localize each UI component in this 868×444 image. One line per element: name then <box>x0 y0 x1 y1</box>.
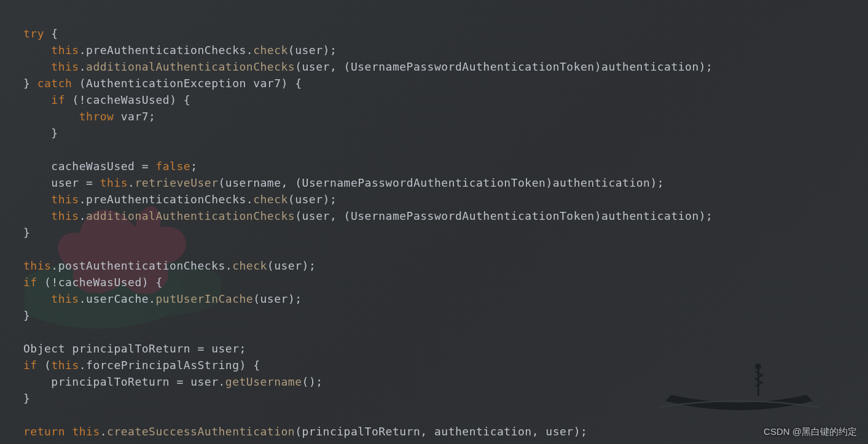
punct <box>176 93 183 106</box>
brace-close: } <box>23 392 30 405</box>
prop: forcePrincipalAsString <box>86 359 239 372</box>
punct: ! <box>79 93 86 106</box>
csdn-watermark: CSDN @黑白键的约定 <box>764 426 857 438</box>
punct <box>190 342 197 355</box>
keyword-this: this <box>51 193 79 206</box>
punct <box>246 77 253 90</box>
punct: . <box>100 425 107 438</box>
punct: ! <box>51 276 58 289</box>
keyword-if: if <box>51 93 65 106</box>
punct: . <box>149 292 155 305</box>
punct: ( <box>79 77 86 90</box>
punct <box>170 375 176 388</box>
punct: ) <box>281 77 288 90</box>
punct: , <box>532 425 539 438</box>
punct: ( <box>253 292 260 305</box>
punct: . <box>79 60 86 73</box>
punct: = <box>86 176 93 189</box>
type: UsernamePasswordAuthenticationToken <box>351 60 595 73</box>
var: var7 <box>253 77 281 90</box>
punct <box>246 359 253 372</box>
punct: , <box>330 60 337 73</box>
type: UsernamePasswordAuthenticationToken <box>351 209 595 222</box>
method: createSuccessAuthentication <box>107 425 295 438</box>
brace-close: } <box>23 226 30 239</box>
keyword-try: try <box>23 27 44 40</box>
punct <box>149 276 155 289</box>
arg: user <box>302 60 330 73</box>
punct: . <box>51 259 58 272</box>
punct: . <box>79 292 86 305</box>
punct: ( <box>295 209 302 222</box>
punct: ) <box>545 176 552 189</box>
code-line: this.additionalAuthenticationChecks(user… <box>23 60 713 73</box>
arg: user <box>274 259 302 272</box>
punct: ( <box>344 60 351 73</box>
code-line: this.additionalAuthenticationChecks(user… <box>23 209 713 222</box>
punct: ) <box>595 209 601 222</box>
punct: ; <box>581 425 587 438</box>
method: additionalAuthenticationChecks <box>86 209 295 222</box>
brace-open: { <box>295 77 302 90</box>
keyword-this: this <box>51 44 79 56</box>
punct <box>37 359 44 372</box>
punct: . <box>79 359 86 372</box>
var: cacheWasUsed <box>86 93 170 106</box>
code-line: try { <box>23 27 58 40</box>
arg: authentication <box>601 60 699 73</box>
code-line: this.preAuthenticationChecks.check(user)… <box>23 193 337 206</box>
code-editor-content[interactable]: try { this.preAuthenticationChecks.check… <box>0 0 868 444</box>
code-line: if (this.forcePrincipalAsString) { <box>23 359 260 372</box>
type: UsernamePasswordAuthenticationToken <box>302 176 546 189</box>
punct: . <box>128 176 135 189</box>
punct <box>205 342 211 355</box>
code-line: } <box>23 127 58 139</box>
arg: principalToReturn <box>302 425 421 438</box>
punct: ) <box>574 425 581 438</box>
punct: ; <box>190 160 197 173</box>
type: AuthenticationException <box>86 77 246 90</box>
prop: userCache <box>86 292 149 305</box>
punct <box>149 160 155 173</box>
punct: ( <box>302 375 309 388</box>
brace-close: } <box>23 309 30 322</box>
punct: ) <box>650 176 657 189</box>
code-line: } catch (AuthenticationException var7) { <box>23 77 302 90</box>
method: retrieveUser <box>135 176 218 189</box>
arg: user <box>295 193 323 206</box>
punct <box>72 77 79 90</box>
punct <box>184 375 190 388</box>
keyword-throw: throw <box>79 110 114 123</box>
punct <box>44 27 51 40</box>
brace-close: } <box>23 77 30 90</box>
punct <box>30 77 37 90</box>
code-line: this.userCache.putUserInCache(user); <box>23 292 302 305</box>
prop: preAuthenticationChecks <box>86 193 246 206</box>
punct: ; <box>316 375 323 388</box>
code-line: this.preAuthenticationChecks.check(user)… <box>23 44 337 56</box>
punct: ; <box>657 176 664 189</box>
code-line: this.postAuthenticationChecks.check(user… <box>23 259 316 272</box>
var: cacheWasUsed <box>58 276 142 289</box>
punct: ( <box>344 209 351 222</box>
punct <box>114 110 120 123</box>
keyword-this: this <box>72 425 100 438</box>
punct <box>539 425 545 438</box>
punct <box>65 342 72 355</box>
punct: ; <box>706 209 713 222</box>
punct <box>79 176 86 189</box>
code-line: } <box>23 392 30 405</box>
punct: ( <box>288 193 295 206</box>
punct: ; <box>706 60 713 73</box>
punct: . <box>79 209 86 222</box>
var: var7 <box>121 110 149 123</box>
code-line: Object principalToReturn = user; <box>23 342 246 355</box>
brace-open: { <box>253 359 260 372</box>
brace-close: } <box>51 127 58 139</box>
arg: authentication <box>553 176 651 189</box>
punct: ; <box>330 193 337 206</box>
keyword-this: this <box>51 359 79 372</box>
punct <box>135 160 141 173</box>
punct <box>337 60 343 73</box>
punct: ( <box>295 60 302 73</box>
